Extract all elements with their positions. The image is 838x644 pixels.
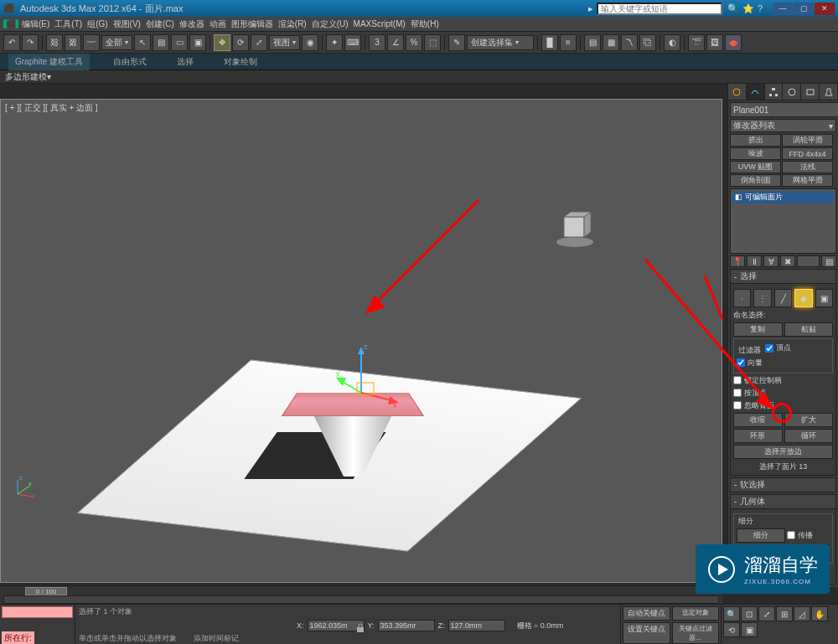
percent-snap-icon[interactable]: % <box>406 34 422 51</box>
subobj-patch-icon[interactable]: ◆ <box>794 289 812 307</box>
subobj-handle-icon[interactable]: ⋮ <box>753 289 771 307</box>
modifier-list-dropdown[interactable]: 修改器列表▾ <box>730 119 836 132</box>
curve-editor-icon[interactable]: 〽 <box>621 34 638 51</box>
make-unique-icon[interactable]: ∀ <box>763 255 779 267</box>
subobj-edge-icon[interactable]: ╱ <box>774 289 792 307</box>
show-result-icon[interactable]: Ⅱ <box>747 255 762 267</box>
fov-icon[interactable]: ◿ <box>794 606 810 621</box>
btn-ffd[interactable]: FFD 4x4x4 <box>782 147 833 160</box>
app-menu-icon[interactable]: ⬛ <box>3 19 18 28</box>
tab-create-icon[interactable] <box>728 84 747 100</box>
tab-hierarchy-icon[interactable] <box>765 84 784 100</box>
search-input[interactable] <box>597 3 722 15</box>
menu-maxscript[interactable]: MAXScript(M) <box>352 19 407 28</box>
zoom-extents-icon[interactable]: ⤢ <box>758 606 775 621</box>
keyfilters-label[interactable]: 选定对象 <box>672 606 720 621</box>
undo-icon[interactable]: ↶ <box>3 34 20 51</box>
link-icon[interactable]: ⛓ <box>46 34 63 51</box>
autokey-button[interactable]: 自动关键点 <box>623 606 670 621</box>
zoom-all-icon[interactable]: ⊡ <box>741 606 758 621</box>
time-slider[interactable]: 0 / 100 <box>25 587 67 595</box>
btn-noise[interactable]: 噪波 <box>730 147 781 160</box>
tab-freeform[interactable]: 自由形式 <box>106 54 153 70</box>
zoom-extents-all-icon[interactable]: ⊞ <box>776 606 793 621</box>
material-editor-icon[interactable]: ◐ <box>664 34 680 51</box>
loop-button[interactable]: 循环 <box>784 429 834 443</box>
tab-motion-icon[interactable] <box>783 84 801 100</box>
btn-normal[interactable]: 法线 <box>782 161 833 173</box>
tab-selection[interactable]: 选择 <box>170 54 200 70</box>
shrink-button[interactable]: 收缩 <box>733 413 783 427</box>
unlink-icon[interactable]: ⛓̸ <box>65 34 81 51</box>
btn-uvwmap[interactable]: UVW 贴图 <box>730 161 781 173</box>
stack-item-editable-patch[interactable]: ◧ 可编辑面片 <box>732 191 834 204</box>
menu-animation[interactable]: 动画 <box>208 18 228 30</box>
subobj-vertex-icon[interactable]: · <box>733 289 751 307</box>
max-viewport-icon[interactable]: ▣ <box>741 622 758 637</box>
remove-modifier-icon[interactable]: ✖ <box>780 255 795 267</box>
bowl-object[interactable] <box>294 368 411 477</box>
close-button[interactable]: ✕ <box>815 3 835 15</box>
rollout-selection-header[interactable]: 选择 <box>730 269 836 284</box>
ribbon-toggle-icon[interactable]: ▦ <box>603 34 619 51</box>
pin-stack-icon[interactable]: 📍 <box>730 255 745 267</box>
menu-view[interactable]: 视图(V) <box>111 18 142 30</box>
tab-display-icon[interactable] <box>801 84 820 100</box>
configure-sets-icon[interactable]: ▤ <box>821 255 836 267</box>
btn-extrude[interactable]: 挤出 <box>730 134 781 147</box>
layer-manager-icon[interactable]: ▤ <box>584 34 601 51</box>
menu-tools[interactable]: 工具(T) <box>53 18 84 30</box>
mirror-icon[interactable]: ▐▌ <box>541 34 558 51</box>
setkey-button[interactable]: 设置关键点 <box>623 622 670 644</box>
select-by-name-icon[interactable]: ▤ <box>153 34 169 51</box>
minimize-button[interactable]: — <box>773 3 793 15</box>
pan-icon[interactable]: ✋ <box>811 606 828 621</box>
select-region-rect-icon[interactable]: ▭ <box>171 34 188 51</box>
menu-group[interactable]: 组(G) <box>85 18 109 30</box>
grow-button[interactable]: 扩大 <box>784 413 834 427</box>
use-pivot-icon[interactable]: ◉ <box>302 34 318 51</box>
snap-toggle-icon[interactable]: 3 <box>369 34 385 51</box>
btn-meshsmooth[interactable]: 网格平滑 <box>782 174 833 187</box>
viewport-label[interactable]: [ + ][ 正交 ][ 真实 + 边面 ] <box>5 102 98 114</box>
tab-paint[interactable]: 对象绘制 <box>217 54 264 70</box>
menu-rendering[interactable]: 渲染(R) <box>277 18 308 30</box>
bind-spacewarp-icon[interactable]: 〰 <box>83 34 100 51</box>
render-production-icon[interactable]: 🫖 <box>725 34 742 51</box>
time-tag-label[interactable]: 添加时间标记 <box>194 633 239 644</box>
menu-grapheditors[interactable]: 图形编辑器 <box>230 18 275 30</box>
coord-z-input[interactable] <box>448 620 505 631</box>
rendered-frame-icon[interactable]: 🖼 <box>706 34 723 51</box>
infocenter-icon[interactable]: 🔍 <box>727 3 739 14</box>
render-setup-icon[interactable]: 🎬 <box>688 34 705 51</box>
keyfilter-button[interactable]: 关键点过滤器... <box>672 622 720 644</box>
filter-vertex-check[interactable]: 顶点 <box>765 343 810 353</box>
select-scale-icon[interactable]: ⤢ <box>251 34 267 51</box>
info-center-help-icon[interactable]: ▸ <box>588 3 593 14</box>
viewport[interactable]: z y x z x y <box>0 99 722 583</box>
rollout-softselection-header[interactable]: 软选择 <box>730 477 836 492</box>
select-move-icon[interactable]: ✥ <box>214 34 230 51</box>
viewcube[interactable] <box>554 209 596 250</box>
window-crossing-icon[interactable]: ▣ <box>189 34 206 51</box>
subobj-element-icon[interactable]: ▣ <box>815 289 833 307</box>
btn-bevelprofile[interactable]: 倒角剖面 <box>730 174 781 187</box>
paste-button[interactable]: 粘贴 <box>784 322 834 337</box>
select-open-edges-button[interactable]: 选择开放边 <box>733 445 833 459</box>
maximize-button[interactable]: ▢ <box>794 3 814 15</box>
btn-turbosmooth[interactable]: 涡轮平滑 <box>782 134 833 147</box>
select-rotate-icon[interactable]: ⟳ <box>232 34 249 51</box>
menu-help[interactable]: 帮助(H) <box>409 18 441 30</box>
spinner-snap-icon[interactable]: ⬚ <box>424 34 441 51</box>
filter-vector-check[interactable]: 向量 <box>737 358 781 368</box>
orbit-icon[interactable]: ⟲ <box>723 622 740 637</box>
propagate-check[interactable]: 传播 <box>787 530 830 541</box>
redo-icon[interactable]: ↷ <box>22 34 39 51</box>
rollout-geometry-header[interactable]: 几何体 <box>730 494 836 509</box>
ref-coord-dropdown[interactable]: 视图 <box>269 35 300 50</box>
menu-create[interactable]: 创建(C) <box>144 18 176 30</box>
menu-edit[interactable]: 编辑(E) <box>20 18 51 30</box>
ring-button[interactable]: 环形 <box>733 429 783 443</box>
by-vertex-check[interactable]: 按顶点 <box>733 388 833 399</box>
angle-snap-icon[interactable]: ∠ <box>387 34 404 51</box>
